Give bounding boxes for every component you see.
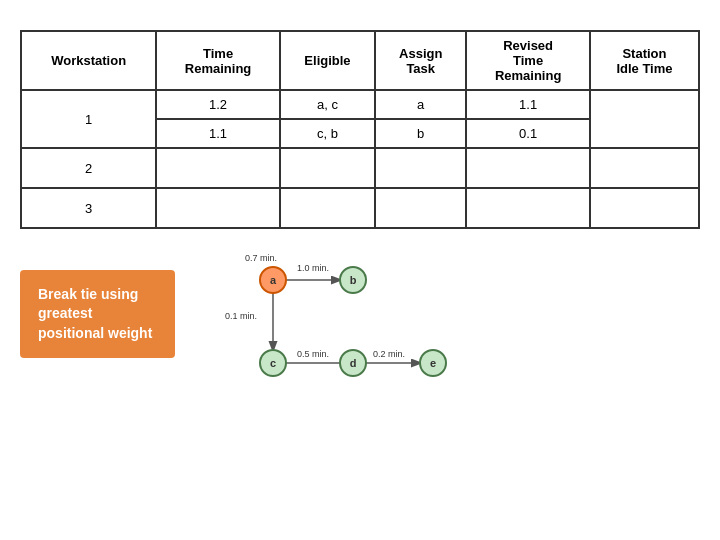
cell-revised-2 [466, 148, 590, 188]
cell-eligible-1b: c, b [280, 119, 375, 148]
header-station-idle-time: StationIdle Time [590, 31, 699, 90]
cell-revised-3 [466, 188, 590, 228]
node-e-label: e [430, 357, 436, 369]
cell-revised-1a: 1.1 [466, 90, 590, 119]
cell-time-remaining-1a: 1.2 [156, 90, 280, 119]
break-tie-label: Break tie using greatest positional weig… [38, 286, 152, 341]
cell-workstation-1: 1 [21, 90, 156, 148]
cell-workstation-2: 2 [21, 148, 156, 188]
cell-assign-task-3 [375, 188, 466, 228]
cell-idle-2 [590, 148, 699, 188]
network-svg: 1.0 min. 0.1 min. 0.5 min. 0.2 min. a b … [205, 249, 485, 379]
cell-revised-1b: 0.1 [466, 119, 590, 148]
cell-assign-task-1b: b [375, 119, 466, 148]
header-eligible: Eligible [280, 31, 375, 90]
header-revised-time-remaining: RevisedTimeRemaining [466, 31, 590, 90]
cell-workstation-3: 3 [21, 188, 156, 228]
cell-time-remaining-3 [156, 188, 280, 228]
cell-eligible-2 [280, 148, 375, 188]
node-b-label: b [350, 274, 357, 286]
cell-idle-1 [590, 90, 699, 148]
table-row-2: 2 [21, 148, 699, 188]
network-diagram: 1.0 min. 0.1 min. 0.5 min. 0.2 min. a b … [205, 249, 485, 379]
top-label-07: 0.7 min. [245, 253, 277, 263]
header-time-remaining: TimeRemaining [156, 31, 280, 90]
table-row-3: 3 [21, 188, 699, 228]
main-container: Workstation TimeRemaining Eligible Assig… [0, 0, 720, 399]
edge-label-ab: 1.0 min. [297, 263, 329, 273]
bottom-section: Break tie using greatest positional weig… [20, 249, 700, 379]
cell-eligible-1a: a, c [280, 90, 375, 119]
edge-label-ac: 0.1 min. [225, 311, 257, 321]
node-c-label: c [270, 357, 276, 369]
cell-time-remaining-1b: 1.1 [156, 119, 280, 148]
table-row-1a: 1 1.2 a, c a 1.1 [21, 90, 699, 119]
cell-assign-task-2 [375, 148, 466, 188]
cell-eligible-3 [280, 188, 375, 228]
break-tie-box: Break tie using greatest positional weig… [20, 270, 175, 359]
node-d-label: d [350, 357, 357, 369]
main-table: Workstation TimeRemaining Eligible Assig… [20, 30, 700, 229]
cell-time-remaining-2 [156, 148, 280, 188]
cell-assign-task-1a: a [375, 90, 466, 119]
header-workstation: Workstation [21, 31, 156, 90]
edge-label-de: 0.2 min. [373, 349, 405, 359]
cell-idle-3 [590, 188, 699, 228]
header-assign-task: AssignTask [375, 31, 466, 90]
edge-label-cd: 0.5 min. [297, 349, 329, 359]
node-a-label: a [270, 274, 277, 286]
